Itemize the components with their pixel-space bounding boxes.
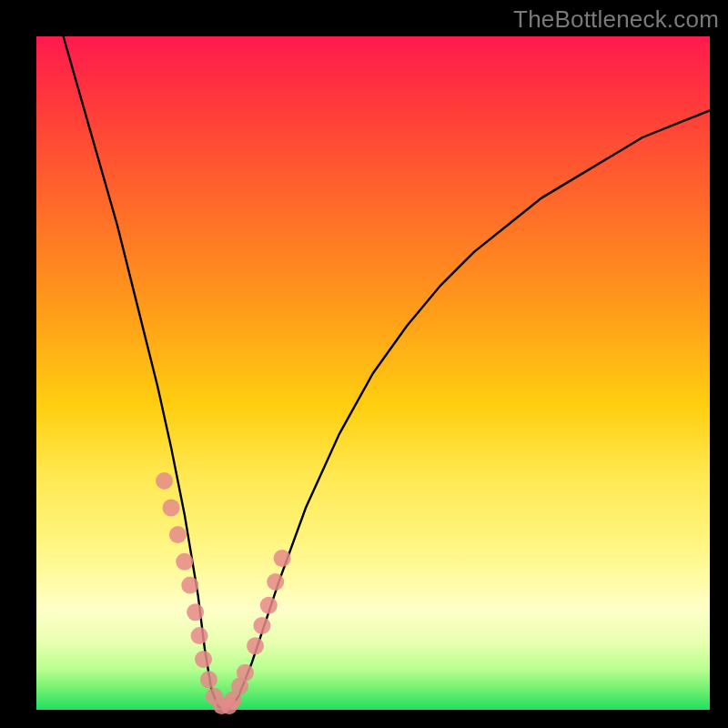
marker-dot (200, 671, 217, 688)
watermark-label: TheBottleneck.com (513, 5, 719, 34)
marker-dot (163, 500, 180, 517)
marker-dot (191, 627, 208, 644)
chart-svg (36, 36, 710, 710)
marker-dot (195, 651, 212, 668)
marker-dot (187, 603, 204, 621)
marker-dot (267, 573, 284, 591)
chart-stage: TheBottleneck.com (0, 0, 728, 728)
marker-dot (260, 597, 278, 614)
marker-group (156, 472, 291, 714)
plot-area (36, 36, 710, 710)
marker-dot (181, 577, 198, 594)
marker-dot (156, 472, 173, 490)
marker-dot (253, 617, 270, 634)
marker-dot (176, 553, 193, 571)
marker-dot (169, 526, 187, 543)
marker-dot (274, 550, 291, 567)
marker-dot (237, 664, 254, 682)
bottleneck-curve (64, 36, 710, 710)
marker-dot (247, 637, 264, 654)
curve-group (64, 36, 710, 710)
